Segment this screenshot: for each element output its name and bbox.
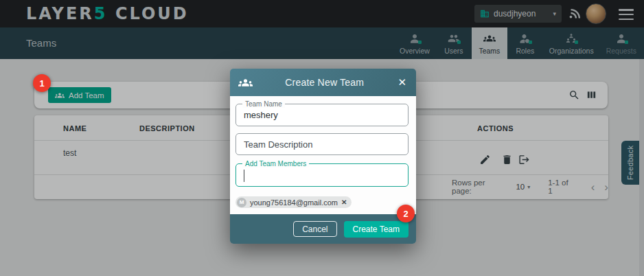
member-avatar: M bbox=[237, 198, 246, 207]
modal-header: Create New Team ✕ bbox=[230, 69, 416, 96]
team-name-label: Team Name bbox=[242, 100, 285, 108]
text-cursor bbox=[244, 170, 244, 182]
create-team-button[interactable]: Create Team bbox=[344, 221, 409, 238]
team-name-field: Team Name bbox=[235, 104, 409, 126]
step-badge-2: 2 bbox=[397, 205, 415, 222]
app-window: LAYER5 CLOUD dusdjhyeon ▾ Teams Overview… bbox=[0, 0, 644, 276]
create-team-modal: Create New Team ✕ Team Name Add Team Mem… bbox=[230, 69, 416, 244]
group-icon bbox=[238, 76, 253, 90]
cancel-button[interactable]: Cancel bbox=[293, 221, 336, 237]
modal-footer: Cancel Create Team bbox=[230, 214, 416, 244]
member-email: young756184@gmail.com bbox=[250, 198, 338, 207]
modal-title: Create New Team bbox=[253, 77, 396, 88]
team-description-field bbox=[235, 133, 409, 155]
add-team-members-field: Add Team Members bbox=[235, 163, 409, 187]
member-chip: M young756184@gmail.com ✕ bbox=[235, 196, 352, 208]
modal-body: Team Name Add Team Members M young756184… bbox=[230, 96, 416, 214]
remove-member-icon[interactable]: ✕ bbox=[341, 198, 347, 206]
step-badge-1: 1 bbox=[33, 74, 51, 92]
close-icon[interactable]: ✕ bbox=[396, 76, 408, 89]
team-description-input[interactable] bbox=[236, 134, 408, 154]
add-team-members-label: Add Team Members bbox=[242, 160, 309, 168]
